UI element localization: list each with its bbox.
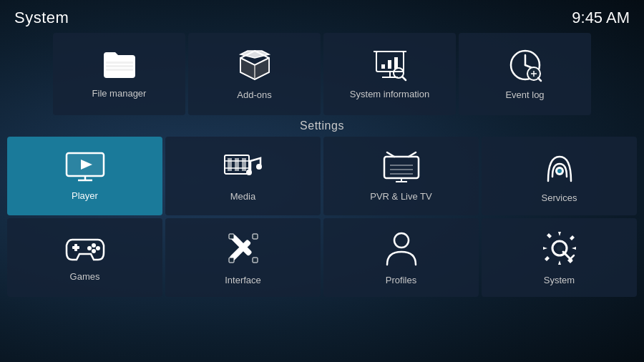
games-icon [65,234,105,263]
box-icon [238,48,272,82]
svg-marker-8 [240,58,269,79]
services-icon [542,150,577,184]
svg-rect-59 [229,258,234,263]
svg-rect-3 [106,69,133,71]
event-log-label: Event log [505,89,544,100]
settings-section: Settings Player [0,119,644,362]
add-ons-label: Add-ons [237,89,271,100]
interface-icon [225,230,261,266]
svg-point-37 [246,170,252,175]
header-time: 9:45 AM [572,9,630,27]
svg-rect-32 [228,158,232,171]
file-manager-label: File manager [92,88,147,99]
top-item-system-information[interactable]: System information [323,33,456,115]
svg-line-18 [402,77,406,80]
services-label: Services [542,192,577,203]
player-icon [65,152,105,182]
settings-item-interface[interactable]: Interface [165,218,321,297]
svg-point-51 [92,243,96,248]
settings-title: Settings [7,119,637,132]
svg-rect-14 [381,64,385,69]
folder-icon [101,49,138,81]
settings-item-system[interactable]: System [482,218,637,297]
top-item-file-manager[interactable]: File manager [53,33,185,115]
settings-item-profiles[interactable]: Profiles [323,218,479,297]
system-information-label: System information [350,89,429,99]
svg-rect-16 [394,57,398,69]
svg-rect-15 [388,60,391,69]
svg-rect-33 [235,158,239,171]
media-label: Media [230,191,255,202]
interface-label: Interface [225,275,261,285]
svg-point-63 [557,245,562,251]
svg-rect-57 [229,234,234,239]
top-item-add-ons[interactable]: Add-ons [188,33,321,115]
pvr-icon [381,151,421,182]
svg-rect-58 [253,234,258,239]
pvr-live-tv-label: PVR & Live TV [370,191,431,202]
games-label: Games [70,271,100,282]
screen: System 9:45 AM File manager [0,0,644,362]
svg-rect-1 [106,62,133,64]
svg-line-65 [570,255,574,259]
system-label: System [544,275,575,285]
settings-item-games[interactable]: Games [7,218,162,297]
svg-point-53 [92,249,96,253]
svg-point-38 [256,164,262,170]
settings-item-media[interactable]: Media [165,137,321,215]
svg-point-48 [557,169,562,173]
svg-point-54 [87,246,92,250]
settings-item-pvr-live-tv[interactable]: PVR & Live TV [323,137,479,215]
settings-item-player[interactable]: Player [7,137,162,215]
header-title: System [14,9,69,27]
media-icon [223,151,263,182]
svg-rect-34 [242,158,246,171]
system-info-icon [372,49,408,82]
profiles-label: Profiles [386,275,416,285]
profiles-icon [386,230,417,266]
top-item-event-log[interactable]: Event log [459,33,591,115]
svg-line-23 [538,78,541,81]
svg-rect-60 [253,258,258,263]
header: System 9:45 AM [0,0,644,33]
player-label: Player [72,190,98,201]
event-log-icon [508,48,542,82]
svg-point-61 [394,233,409,248]
svg-rect-2 [106,65,133,67]
system-icon [542,230,577,266]
top-section: File manager Add-ons [0,33,644,115]
svg-point-52 [96,246,100,250]
settings-item-services[interactable]: Services [482,137,637,215]
settings-grid: Player Media [7,137,637,297]
svg-rect-39 [384,157,419,178]
svg-rect-50 [74,244,77,251]
